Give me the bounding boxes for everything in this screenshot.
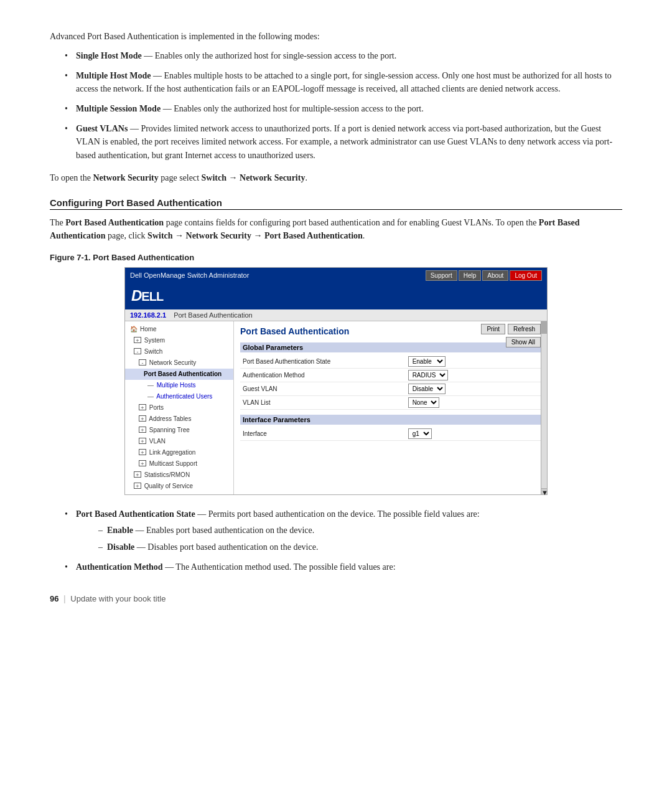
dell-logo: DELL [131,287,541,304]
sub-term-disable: Disable [107,542,134,552]
guest-vlan-select[interactable]: Disable Enable [408,384,446,394]
dell-topbar: Dell OpenManage Switch Administrator Sup… [125,268,547,283]
param-label-auth-method: Authentication Method [240,368,406,382]
sidebar-item-address-tables[interactable]: + Address Tables [125,413,233,425]
intro-text: Advanced Port Based Authentication is im… [50,30,622,43]
param-control-auth-state[interactable]: Enable Disable [406,355,541,369]
main-bullet-list: Single Host Mode — Enables only the auth… [65,49,622,163]
content-buttons: Print Refresh Show All [481,324,541,347]
param-label-interface: Interface [240,427,406,441]
sidebar-item-vlan[interactable]: + VLAN [125,436,233,447]
param-row-guest-vlan: Guest VLAN Disable Enable [240,382,541,395]
print-refresh-row: Print Refresh [481,324,541,334]
dell-topbar-links: Support Help About Log Out [426,270,542,281]
bullet-desc-4: — Provides limited network access to una… [76,124,612,160]
sidebar-expand-spanning-tree[interactable]: + [139,427,146,433]
auth-state-sub-list: Enable — Enables port based authenticati… [98,524,622,554]
param-control-interface[interactable]: g1 g2 [406,427,541,441]
dell-logo-bar: DELL [125,283,547,309]
bullet-auth-method-term: Authentication Method [76,562,163,572]
bullet-desc-3: — Enables only the authorized host for m… [163,104,424,113]
sidebar-item-link-aggregation[interactable]: + Link Aggregation [125,447,233,458]
bullet-single-host: Single Host Mode — Enables only the auth… [65,49,622,63]
about-link[interactable]: About [482,270,508,281]
sidebar-item-ports[interactable]: + Ports [125,402,233,413]
param-label-guest-vlan: Guest VLAN [240,382,406,395]
footer-separator: | [63,594,65,604]
scrollbar[interactable]: ▼ [541,321,547,494]
bullet-auth-state: Port Based Authentication State — Permit… [65,507,622,554]
interface-params-bar: Interface Parameters [240,415,541,425]
print-button[interactable]: Print [481,324,505,334]
sidebar-item-network-security[interactable]: - Network Security [125,357,233,369]
bullet-multiple-session: Multiple Session Mode — Enables only the… [65,102,622,116]
scrollbar-down-arrow[interactable]: ▼ [541,488,547,494]
sidebar-expand-multicast[interactable]: + [139,460,146,466]
sidebar-item-statistics[interactable]: + Statistics/RMON [125,470,233,481]
dell-content-area: Print Refresh Show All Port Based Authen… [234,321,547,494]
auth-method-select[interactable]: RADIUS None [408,370,448,380]
param-control-vlan-list[interactable]: None [406,395,541,409]
page-footer: 96 | Update with your book title [50,594,622,604]
global-params-table: Port Based Authentication State Enable D… [240,355,541,410]
bottom-bullet-list: Port Based Authentication State — Permit… [65,507,622,574]
bullet-term-4: Guest VLANs [76,124,130,133]
dell-ui-screenshot: Dell OpenManage Switch Administrator Sup… [124,267,548,495]
dell-main-area: 🏠 Home + System - Switch - Network Secur… [125,321,547,494]
showall-row: Show All [506,337,541,347]
sidebar-expand-address-tables[interactable]: + [139,415,146,422]
param-control-auth-method[interactable]: RADIUS None [406,368,541,382]
sidebar-expand-statistics[interactable]: + [134,471,141,478]
sub-term-enable: Enable [107,526,133,535]
sidebar-item-spanning-tree[interactable]: + Spanning Tree [125,425,233,436]
sidebar-expand-switch[interactable]: - [134,348,141,354]
sidebar-item-multicast-support[interactable]: + Multicast Support [125,458,233,470]
bullet-auth-state-term: Port Based Authentication State [76,509,195,519]
sub-desc-enable: — Enables port based authentication on t… [133,526,314,535]
auth-state-select[interactable]: Enable Disable [408,356,446,367]
sidebar-line-2 [147,397,154,397]
support-link[interactable]: Support [426,270,457,281]
breadcrumb-ip[interactable]: 192.168.2.1 [130,311,166,319]
dell-sidebar: 🏠 Home + System - Switch - Network Secur… [125,321,234,494]
sidebar-expand-system[interactable]: + [134,337,141,343]
sidebar-expand-qos[interactable]: + [134,483,141,489]
network-security-note: To open the Network Security page select… [50,171,622,185]
section-para: The Port Based Authentication page conta… [50,216,622,243]
sub-desc-disable: — Disables port based authentication on … [134,542,318,552]
show-all-button[interactable]: Show All [506,337,541,347]
param-row-vlan-list: VLAN List None [240,395,541,409]
param-label-vlan-list: VLAN List [240,395,406,409]
bullet-auth-state-desc: — Permits port based authentication on t… [195,509,480,519]
sidebar-item-port-based-auth[interactable]: Port Based Authentication [125,369,233,380]
sidebar-expand-link-aggregation[interactable]: + [139,449,146,455]
sidebar-item-home[interactable]: 🏠 Home [125,324,233,335]
bullet-desc-2: — Enables multiple hosts to be attached … [76,71,612,94]
sidebar-item-qos[interactable]: + Quality of Service [125,481,233,492]
sidebar-expand-ports[interactable]: + [139,404,146,410]
scrollbar-thumb[interactable] [541,321,547,334]
help-link[interactable]: Help [459,270,482,281]
sidebar-item-multiple-hosts[interactable]: Multiple Hosts [125,380,233,391]
breadcrumb-page: Port Based Authentication [174,311,253,319]
sub-bullet-disable: Disable — Disables port based authentica… [98,540,622,554]
sidebar-item-switch[interactable]: - Switch [125,346,233,357]
sidebar-expand-vlan[interactable]: + [139,438,146,444]
bullet-auth-method: Authentication Method — The Authenticati… [65,560,622,574]
param-control-guest-vlan[interactable]: Disable Enable [406,382,541,395]
sidebar-expand-network-security[interactable]: - [139,359,146,366]
param-row-interface: Interface g1 g2 [240,427,541,441]
refresh-button[interactable]: Refresh [508,324,541,334]
sidebar-item-system[interactable]: + System [125,335,233,346]
interface-select[interactable]: g1 g2 [408,428,432,439]
sidebar-line-1 [147,385,154,386]
param-row-auth-method: Authentication Method RADIUS None [240,368,541,382]
section-heading: Configuring Port Based Authentication [50,197,622,210]
sidebar-item-authenticated-users[interactable]: Authenticated Users [125,391,233,402]
sidebar-home-label: Home [140,324,157,334]
page-number: 96 [50,594,58,603]
logout-link[interactable]: Log Out [510,270,542,281]
figure-label: Figure 7-1. Port Based Authentication [50,253,622,262]
param-label-auth-state: Port Based Authentication State [240,355,406,369]
vlan-list-select[interactable]: None [408,397,439,408]
